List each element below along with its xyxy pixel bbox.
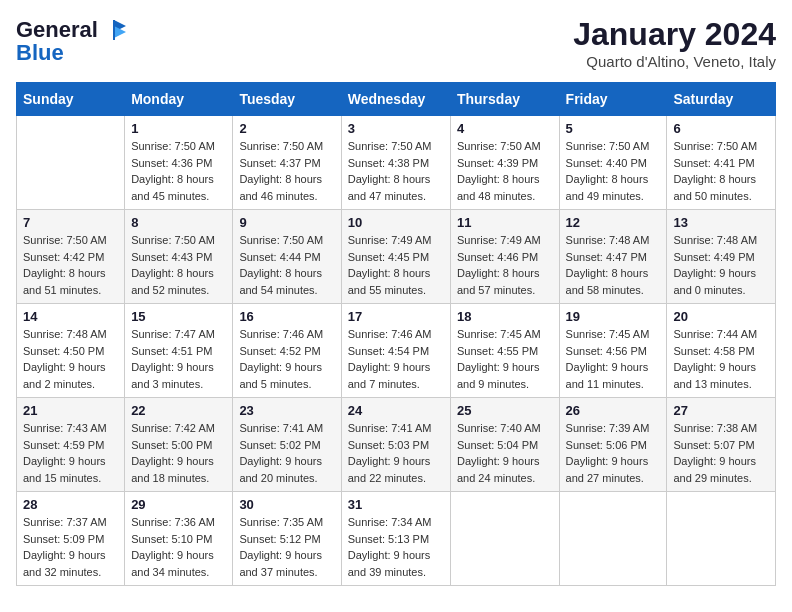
sunrise-text: Sunrise: 7:50 AM [23,234,107,246]
sunrise-text: Sunrise: 7:45 AM [566,328,650,340]
calendar-cell: 19Sunrise: 7:45 AMSunset: 4:56 PMDayligh… [559,304,667,398]
sunset-text: Sunset: 5:04 PM [457,439,538,451]
sunset-text: Sunset: 5:10 PM [131,533,212,545]
sunset-text: Sunset: 4:40 PM [566,157,647,169]
calendar-cell: 11Sunrise: 7:49 AMSunset: 4:46 PMDayligh… [450,210,559,304]
day-number: 17 [348,309,444,324]
day-number: 14 [23,309,118,324]
calendar-cell: 16Sunrise: 7:46 AMSunset: 4:52 PMDayligh… [233,304,341,398]
calendar-cell: 7Sunrise: 7:50 AMSunset: 4:42 PMDaylight… [17,210,125,304]
daylight-text: Daylight: 9 hours [239,361,322,373]
daylight-text-2: and 9 minutes. [457,378,529,390]
sunset-text: Sunset: 4:37 PM [239,157,320,169]
sunrise-text: Sunrise: 7:50 AM [131,140,215,152]
page-header: General Blue January 2024 Quarto d'Altin… [16,16,776,70]
daylight-text: Daylight: 8 hours [239,173,322,185]
sunrise-text: Sunrise: 7:48 AM [23,328,107,340]
day-number: 4 [457,121,553,136]
day-info: Sunrise: 7:36 AMSunset: 5:10 PMDaylight:… [131,514,226,580]
daylight-text: Daylight: 8 hours [131,173,214,185]
day-number: 22 [131,403,226,418]
calendar-week-row: 21Sunrise: 7:43 AMSunset: 4:59 PMDayligh… [17,398,776,492]
calendar-cell: 27Sunrise: 7:38 AMSunset: 5:07 PMDayligh… [667,398,776,492]
header-wednesday: Wednesday [341,83,450,116]
daylight-text-2: and 57 minutes. [457,284,535,296]
logo: General Blue [16,16,128,66]
day-number: 30 [239,497,334,512]
day-number: 25 [457,403,553,418]
calendar-cell: 31Sunrise: 7:34 AMSunset: 5:13 PMDayligh… [341,492,450,586]
daylight-text-2: and 15 minutes. [23,472,101,484]
day-number: 11 [457,215,553,230]
daylight-text-2: and 0 minutes. [673,284,745,296]
calendar-cell: 26Sunrise: 7:39 AMSunset: 5:06 PMDayligh… [559,398,667,492]
daylight-text-2: and 58 minutes. [566,284,644,296]
header-sunday: Sunday [17,83,125,116]
calendar-cell: 17Sunrise: 7:46 AMSunset: 4:54 PMDayligh… [341,304,450,398]
daylight-text: Daylight: 9 hours [348,361,431,373]
day-number: 6 [673,121,769,136]
daylight-text: Daylight: 9 hours [23,549,106,561]
sunrise-text: Sunrise: 7:38 AM [673,422,757,434]
daylight-text-2: and 27 minutes. [566,472,644,484]
daylight-text: Daylight: 9 hours [457,361,540,373]
sunset-text: Sunset: 4:55 PM [457,345,538,357]
day-info: Sunrise: 7:35 AMSunset: 5:12 PMDaylight:… [239,514,334,580]
sunrise-text: Sunrise: 7:50 AM [566,140,650,152]
sunset-text: Sunset: 5:06 PM [566,439,647,451]
day-number: 29 [131,497,226,512]
sunset-text: Sunset: 4:51 PM [131,345,212,357]
daylight-text: Daylight: 8 hours [566,267,649,279]
sunset-text: Sunset: 5:12 PM [239,533,320,545]
daylight-text-2: and 46 minutes. [239,190,317,202]
calendar-cell: 4Sunrise: 7:50 AMSunset: 4:39 PMDaylight… [450,116,559,210]
calendar-cell [667,492,776,586]
day-info: Sunrise: 7:42 AMSunset: 5:00 PMDaylight:… [131,420,226,486]
sunset-text: Sunset: 5:09 PM [23,533,104,545]
sunrise-text: Sunrise: 7:48 AM [673,234,757,246]
daylight-text: Daylight: 9 hours [673,267,756,279]
location-subtitle: Quarto d'Altino, Veneto, Italy [573,53,776,70]
calendar-week-row: 28Sunrise: 7:37 AMSunset: 5:09 PMDayligh… [17,492,776,586]
daylight-text: Daylight: 9 hours [457,455,540,467]
sunset-text: Sunset: 4:36 PM [131,157,212,169]
calendar-header-row: SundayMondayTuesdayWednesdayThursdayFrid… [17,83,776,116]
sunset-text: Sunset: 4:38 PM [348,157,429,169]
daylight-text: Daylight: 9 hours [131,549,214,561]
day-number: 18 [457,309,553,324]
daylight-text: Daylight: 9 hours [131,361,214,373]
daylight-text: Daylight: 9 hours [23,361,106,373]
day-number: 9 [239,215,334,230]
sunrise-text: Sunrise: 7:36 AM [131,516,215,528]
day-info: Sunrise: 7:46 AMSunset: 4:54 PMDaylight:… [348,326,444,392]
day-info: Sunrise: 7:37 AMSunset: 5:09 PMDaylight:… [23,514,118,580]
sunrise-text: Sunrise: 7:46 AM [239,328,323,340]
daylight-text: Daylight: 9 hours [131,455,214,467]
calendar-cell: 24Sunrise: 7:41 AMSunset: 5:03 PMDayligh… [341,398,450,492]
sunset-text: Sunset: 4:59 PM [23,439,104,451]
day-number: 10 [348,215,444,230]
daylight-text-2: and 54 minutes. [239,284,317,296]
sunrise-text: Sunrise: 7:50 AM [131,234,215,246]
sunset-text: Sunset: 4:41 PM [673,157,754,169]
calendar-cell: 12Sunrise: 7:48 AMSunset: 4:47 PMDayligh… [559,210,667,304]
calendar-cell [450,492,559,586]
svg-rect-2 [113,20,115,40]
sunset-text: Sunset: 4:54 PM [348,345,429,357]
calendar-cell: 5Sunrise: 7:50 AMSunset: 4:40 PMDaylight… [559,116,667,210]
sunset-text: Sunset: 5:03 PM [348,439,429,451]
calendar-cell: 29Sunrise: 7:36 AMSunset: 5:10 PMDayligh… [125,492,233,586]
day-number: 2 [239,121,334,136]
day-number: 19 [566,309,661,324]
daylight-text-2: and 3 minutes. [131,378,203,390]
sunset-text: Sunset: 4:39 PM [457,157,538,169]
sunrise-text: Sunrise: 7:50 AM [239,140,323,152]
sunrise-text: Sunrise: 7:46 AM [348,328,432,340]
daylight-text: Daylight: 9 hours [673,455,756,467]
calendar-cell: 18Sunrise: 7:45 AMSunset: 4:55 PMDayligh… [450,304,559,398]
daylight-text-2: and 37 minutes. [239,566,317,578]
sunrise-text: Sunrise: 7:50 AM [673,140,757,152]
daylight-text-2: and 20 minutes. [239,472,317,484]
day-number: 3 [348,121,444,136]
day-number: 1 [131,121,226,136]
